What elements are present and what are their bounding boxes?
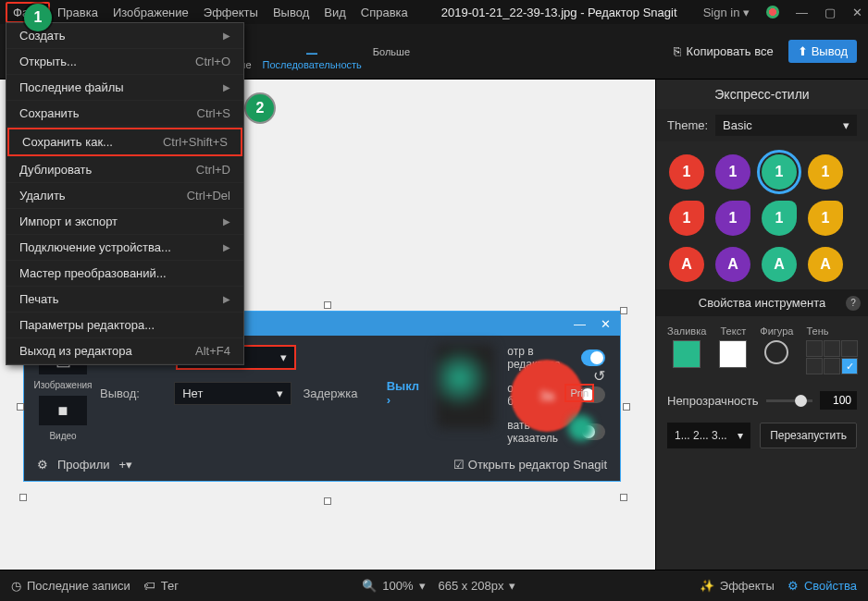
signin-link[interactable]: Sign in ▾ — [703, 6, 750, 19]
output-dropdown[interactable]: Нет▾ — [174, 382, 291, 405]
upload-icon: ⬆ — [798, 44, 808, 58]
capture-close[interactable]: ✕ — [601, 317, 611, 331]
style-swatch[interactable]: 1 — [762, 201, 797, 236]
chevron-down-icon: ▾ — [843, 118, 849, 132]
output-label: Вывод: — [100, 386, 163, 400]
print-hotkey: Prin — [564, 384, 594, 402]
handle[interactable] — [324, 497, 331, 505]
menu-item[interactable]: ДублироватьCtrl+D — [6, 157, 243, 183]
menu-image[interactable]: Изображение — [105, 2, 196, 23]
opacity-value[interactable]: 100 — [820, 391, 857, 410]
menu-item[interactable]: Открыть...Ctrl+O — [6, 49, 243, 75]
handle[interactable] — [620, 307, 627, 314]
handle[interactable] — [19, 494, 27, 501]
tab-video-label: Видео — [49, 431, 76, 441]
profiles-label[interactable]: Профили — [57, 458, 110, 472]
shape-label: Фигура — [760, 325, 793, 337]
avatar[interactable] — [766, 6, 779, 18]
menu-item[interactable]: Печать▶ — [6, 287, 243, 313]
style-swatch[interactable]: A — [669, 247, 704, 282]
chevron-down-icon: ▾ — [738, 429, 743, 442]
handle[interactable] — [620, 494, 627, 501]
delay-label: Задержка — [303, 386, 357, 400]
menu-item[interactable]: Мастер преобразований... — [6, 261, 243, 287]
maximize-button[interactable]: ▢ — [825, 6, 836, 19]
menu-item[interactable]: Последние файлы▶ — [6, 75, 243, 101]
copy-icon: ⎘ — [674, 44, 681, 58]
effects-button[interactable]: ✨Эффекты — [700, 579, 775, 593]
menubar: Файл Правка Изображение Эффекты Вывод Ви… — [6, 2, 415, 23]
menu-item[interactable]: СохранитьCtrl+S — [6, 101, 243, 127]
window-title: 2019-01-21_22-39-13.jpg - Редактор Snagi… — [415, 6, 703, 19]
numbers-dropdown[interactable]: 1... 2... 3...▾ — [667, 423, 750, 448]
style-swatch[interactable]: A — [715, 247, 750, 282]
style-swatch[interactable]: 1 — [715, 154, 750, 190]
output-button[interactable]: ⬆Вывод — [788, 40, 857, 63]
theme-label: Theme: — [667, 118, 708, 132]
copy-all-button[interactable]: ⎘Копировать все — [664, 39, 783, 64]
tool-sequence[interactable]: ⎯Последовательность — [257, 30, 367, 74]
toggle-editor[interactable] — [581, 350, 605, 366]
menu-item[interactable]: УдалитьCtrl+Del — [6, 183, 243, 209]
statusbar: ◷Последние записи 🏷Тег 🔍100% ▾ 665 x 208… — [0, 570, 868, 601]
style-swatch[interactable]: A — [762, 247, 797, 282]
undo-icon[interactable]: ↺ — [593, 367, 605, 385]
theme-dropdown[interactable]: Basic▾ — [715, 115, 857, 136]
restart-button[interactable]: Перезапустить — [760, 423, 857, 448]
delay-value[interactable]: Выкл › — [387, 379, 424, 407]
menu-edit[interactable]: Правка — [50, 2, 105, 23]
tag-icon: 🏷 — [143, 579, 155, 593]
style-swatch[interactable]: 1 — [808, 201, 843, 236]
open-editor-link[interactable]: ☑ Открыть редактор Snagit — [453, 458, 607, 472]
blur-dot — [568, 415, 594, 441]
menu-help[interactable]: Справка — [353, 2, 415, 23]
help-icon[interactable]: ? — [846, 296, 861, 311]
wand-icon: ✨ — [700, 579, 714, 593]
text-swatch[interactable] — [719, 340, 747, 368]
opacity-slider[interactable] — [766, 399, 812, 402]
tab-video[interactable]: ■ — [39, 396, 87, 425]
style-swatch[interactable]: 1 — [715, 201, 750, 236]
handle[interactable] — [324, 301, 331, 309]
styles-title: Экспресс-стили — [656, 80, 868, 109]
zoom-control[interactable]: 🔍100% ▾ — [362, 579, 425, 593]
handle[interactable] — [623, 403, 630, 411]
shape-ring[interactable] — [764, 340, 788, 364]
style-swatch[interactable]: 1 — [808, 154, 843, 190]
menu-item[interactable]: Выход из редактораAlt+F4 — [6, 338, 243, 364]
gear-icon: ⚙ — [787, 579, 799, 593]
menu-item[interactable]: Сохранить как...Ctrl+Shift+S — [7, 128, 242, 156]
tab-image-label: Изображения — [34, 380, 93, 390]
shadow-grid[interactable]: ✓ — [806, 340, 858, 374]
menu-view[interactable]: Вид — [316, 2, 353, 23]
minimize-button[interactable]: — — [796, 6, 808, 19]
style-swatch[interactable]: 1 — [669, 201, 704, 236]
style-swatch[interactable]: 1 — [669, 154, 704, 190]
add-profile[interactable]: +▾ — [119, 458, 133, 472]
props-title: Свойства инструмента? — [656, 289, 868, 316]
dimensions[interactable]: 665 x 208px ▾ — [439, 579, 516, 593]
menu-item[interactable]: Параметры редактора... — [6, 313, 243, 338]
fill-label: Заливка — [667, 325, 706, 337]
close-button[interactable]: ✕ — [852, 6, 862, 19]
menu-item[interactable]: Подключение устройства...▶ — [6, 235, 243, 261]
capture-minimize[interactable]: — — [574, 317, 586, 331]
recent-button[interactable]: ◷Последние записи — [11, 579, 130, 593]
menu-output[interactable]: Вывод — [266, 2, 316, 23]
fill-swatch[interactable] — [673, 340, 701, 368]
tag-button[interactable]: 🏷Тег — [143, 579, 179, 593]
chevron-down-icon: ▾ — [277, 386, 283, 400]
chevron-down-icon: ▾ — [280, 350, 287, 364]
window-controls: Sign in ▾ — ▢ ✕ — [703, 6, 862, 19]
style-swatch[interactable]: A — [808, 247, 843, 282]
gear-icon[interactable]: ⚙ — [37, 458, 48, 472]
handle[interactable] — [17, 403, 24, 411]
right-panel: Экспресс-стили Theme: Basic▾ 11111111AAA… — [655, 80, 868, 570]
properties-button[interactable]: ⚙Свойства — [787, 579, 857, 593]
shadow-label: Тень — [806, 325, 828, 337]
tool-more[interactable]: Больше — [367, 43, 415, 61]
menu-effects[interactable]: Эффекты — [196, 2, 266, 23]
annotation-2: 2 — [246, 94, 274, 122]
style-swatch[interactable]: 1 — [762, 154, 797, 190]
menu-item[interactable]: Импорт и экспорт▶ — [6, 209, 243, 235]
